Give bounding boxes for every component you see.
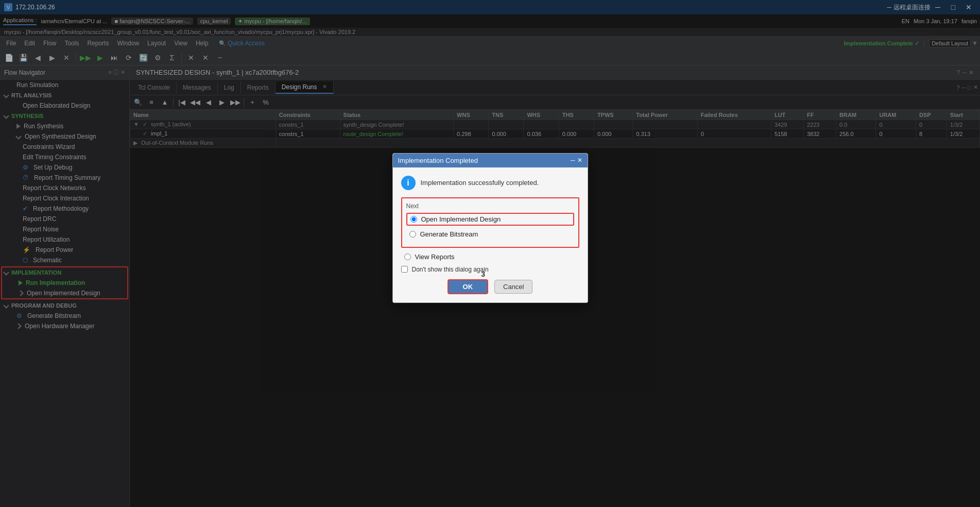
radio-gen-bitstream[interactable] <box>409 231 416 238</box>
modal-minimize-icon[interactable]: ─ <box>571 157 575 164</box>
dont-show-label: Don't show this dialog again <box>412 266 489 273</box>
modal-buttons: 3 OK Cancel <box>401 279 579 294</box>
modal-cancel-button[interactable]: Cancel <box>494 280 532 294</box>
modal-overlay[interactable]: Implementation Completed ─ ✕ i Implement… <box>0 0 980 507</box>
dont-show-checkbox[interactable] <box>401 266 408 273</box>
dont-show-row: Don't show this dialog again <box>401 266 579 273</box>
modal-title-controls: ─ ✕ <box>571 157 582 164</box>
step-number-label: 3 <box>481 270 485 278</box>
modal-title-bar: Implementation Completed ─ ✕ <box>393 154 588 167</box>
option-view-reports-label: View Reports <box>415 253 455 261</box>
option-open-impl-label: Open Implemented Design <box>421 215 501 223</box>
modal-ok-button[interactable]: OK <box>448 279 489 294</box>
option-gen-bitstream[interactable]: Generate Bitstream <box>406 229 574 240</box>
next-section: Next Open Implemented Design Generate Bi… <box>401 197 579 248</box>
option-open-impl[interactable]: Open Implemented Design <box>406 213 574 226</box>
info-icon: i <box>401 176 416 190</box>
modal-close-icon[interactable]: ✕ <box>577 157 582 164</box>
option-gen-bitstream-label: Generate Bitstream <box>420 230 478 238</box>
modal-body: i Implementation successfully completed.… <box>393 167 588 302</box>
next-label: Next <box>406 202 574 210</box>
option-view-reports[interactable]: View Reports <box>401 253 579 261</box>
radio-open-impl[interactable] <box>410 216 417 223</box>
modal-info-text: Implementation successfully completed. <box>421 179 539 187</box>
modal-title-text: Implementation Completed <box>398 157 478 164</box>
ok-btn-container: 3 OK <box>448 279 489 294</box>
implementation-completed-dialog: Implementation Completed ─ ✕ i Implement… <box>392 153 588 303</box>
radio-view-reports[interactable] <box>404 254 411 260</box>
modal-info-row: i Implementation successfully completed. <box>401 176 579 190</box>
